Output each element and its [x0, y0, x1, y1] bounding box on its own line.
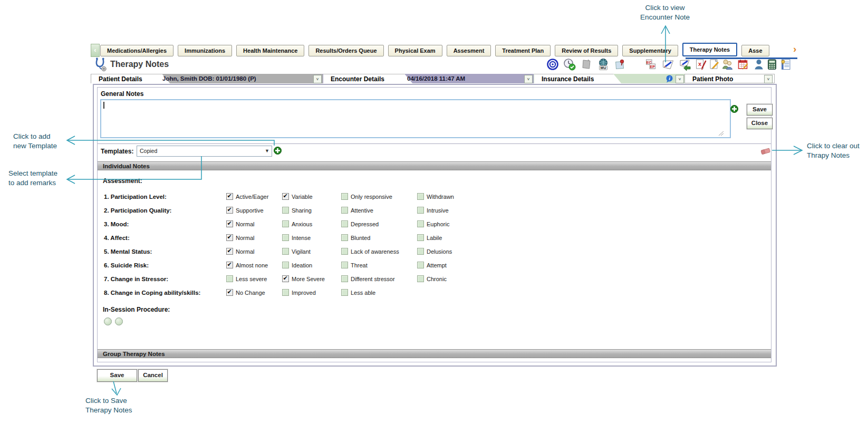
- checkbox-label: Ideation: [292, 262, 312, 268]
- resize-handle[interactable]: [718, 129, 724, 134]
- journal-icon[interactable]: [779, 58, 793, 72]
- checkbox-label: Sharing: [292, 207, 312, 214]
- tab-asse[interactable]: Asse: [741, 45, 769, 56]
- patient-details-dropdown[interactable]: v: [313, 75, 322, 83]
- checkbox-active-eager[interactable]: [226, 193, 233, 200]
- edit-document-icon[interactable]: [708, 58, 721, 72]
- individual-notes-section-header[interactable]: Individual Notes: [98, 161, 771, 170]
- checkbox-lack-of-awareness[interactable]: [341, 248, 348, 255]
- calendar-edit-icon[interactable]: [737, 58, 750, 72]
- clear-notes-eraser-icon[interactable]: [760, 147, 771, 155]
- tab-medications-allergies[interactable]: Medications/Allergies: [100, 45, 173, 56]
- checkbox-anxious[interactable]: [282, 220, 289, 227]
- checkbox-label: Different stressor: [351, 276, 395, 282]
- assessment-option: Intrusive: [417, 207, 449, 214]
- checkbox-less-able[interactable]: [341, 289, 348, 296]
- checkbox-threat[interactable]: [341, 262, 348, 268]
- checkbox-no-change[interactable]: [226, 289, 233, 296]
- checkbox-only-responsive[interactable]: [341, 193, 348, 200]
- checkbox-delusions[interactable]: [417, 248, 424, 255]
- tab-treatment-plan[interactable]: Treatment Plan: [495, 45, 551, 56]
- checkbox-intense[interactable]: [282, 234, 289, 241]
- calculator-icon[interactable]: [766, 58, 779, 72]
- checkbox-almost-none[interactable]: [226, 262, 233, 268]
- pencil-import-icon[interactable]: [679, 58, 692, 72]
- tab-physical-exam[interactable]: Physical Exam: [388, 45, 442, 56]
- checkbox-blunted[interactable]: [341, 234, 348, 241]
- patient-photo-dropdown[interactable]: v: [764, 75, 773, 83]
- templates-label: Templates:: [101, 148, 133, 155]
- save-button[interactable]: Save: [97, 369, 137, 382]
- person-icon[interactable]: [753, 58, 766, 72]
- tab-review-of-results[interactable]: Review of Results: [555, 45, 618, 56]
- svg-text:x: x: [698, 61, 702, 67]
- tab-scroll-left-button[interactable]: ‹: [91, 44, 100, 57]
- checkbox-labile[interactable]: [417, 234, 424, 241]
- checkbox-improved[interactable]: [282, 289, 289, 296]
- checkbox-label: More Severe: [292, 276, 325, 282]
- checkbox-more-severe[interactable]: [282, 275, 289, 282]
- notes-save-button[interactable]: Save: [747, 104, 773, 116]
- tab-immunizations[interactable]: Immunizations: [178, 45, 232, 56]
- in-session-procedure-heading: In-Session Procedure:: [103, 306, 170, 313]
- encounter-details-tab[interactable]: Encounter Details: [323, 74, 413, 84]
- checkbox-normal[interactable]: [226, 220, 233, 227]
- clock-check-icon[interactable]: [563, 58, 577, 72]
- checkbox-attentive[interactable]: [341, 207, 348, 214]
- ec-ep-documents-icon[interactable]: ECEP: [644, 58, 658, 72]
- patient-photo-tab[interactable]: Patient Photo: [692, 74, 733, 84]
- tab-assesment[interactable]: Assesment: [447, 45, 491, 56]
- cancel-button[interactable]: Cancel: [138, 369, 168, 382]
- checkbox-variable[interactable]: [282, 193, 289, 200]
- insurance-info-icon[interactable]: i: [666, 75, 673, 83]
- bullseye-icon[interactable]: [546, 58, 560, 72]
- checkbox-chronic[interactable]: [417, 275, 424, 282]
- insurance-details-tab[interactable]: Insurance Details: [534, 74, 622, 84]
- checkbox-depressed[interactable]: [341, 220, 348, 227]
- checkbox-intrusive[interactable]: [417, 207, 424, 214]
- sticky-note-icon[interactable]: [580, 58, 594, 72]
- patient-group-icon[interactable]: [721, 58, 735, 72]
- pushpin-note-icon[interactable]: [614, 58, 628, 72]
- encounter-datetime-value: 04/16/2018 11:47 AM: [407, 74, 465, 83]
- meaningful-use-globe-icon[interactable]: MU: [597, 58, 611, 72]
- tab-health-maintenance[interactable]: Health Maintenance: [236, 45, 304, 56]
- in-session-procedure-radio-1[interactable]: [104, 318, 112, 325]
- encounter-details-dropdown[interactable]: v: [524, 75, 533, 83]
- checkbox-label: Labile: [427, 235, 442, 241]
- tab-scroll-right-arrow[interactable]: ›: [793, 43, 796, 55]
- checkbox-sharing[interactable]: [282, 207, 289, 214]
- tab-therapy-notes[interactable]: Therapy Notes: [682, 43, 737, 56]
- templates-select[interactable]: Copied ▼: [137, 146, 272, 157]
- add-note-plus-icon[interactable]: [730, 105, 739, 113]
- checkbox-euphoric[interactable]: [417, 220, 424, 227]
- patient-details-tab[interactable]: Patient Details: [91, 74, 170, 84]
- insurance-details-dropdown[interactable]: v: [676, 75, 684, 83]
- annotation-clear-notes: Click to clear out Thrapy Notes: [807, 141, 860, 160]
- checkbox-label: Intense: [292, 235, 311, 241]
- checkbox-normal[interactable]: [226, 248, 233, 255]
- in-session-procedure-radio-2[interactable]: [115, 318, 123, 325]
- assessment-option: Euphoric: [417, 220, 449, 227]
- delete-document-icon[interactable]: x: [695, 58, 708, 72]
- checkbox-supportive[interactable]: [226, 207, 233, 214]
- checkbox-less-severe[interactable]: [226, 275, 233, 282]
- notes-close-button[interactable]: Close: [747, 118, 773, 129]
- annotation-select-template: Select template to add remarks: [8, 169, 57, 188]
- checkbox-normal[interactable]: [226, 234, 233, 241]
- tab-results-orders-queue[interactable]: Results/Orders Queue: [308, 45, 383, 56]
- group-therapy-notes-section-header[interactable]: Group Therapy Notes: [98, 349, 771, 358]
- assessment-option: Almost none: [226, 262, 268, 268]
- checkbox-withdrawn[interactable]: [417, 193, 424, 200]
- annotation-add-template: Click to add new Template: [13, 132, 57, 151]
- checkbox-different-stressor[interactable]: [341, 275, 348, 282]
- checkbox-vigilant[interactable]: [282, 248, 289, 255]
- encounter-note-pencil-icon[interactable]: [662, 58, 676, 72]
- tab-supplementary[interactable]: Supplementary: [622, 45, 678, 56]
- checkbox-attempt[interactable]: [417, 262, 424, 268]
- add-template-plus-icon[interactable]: [274, 147, 282, 155]
- checkbox-ideation[interactable]: [282, 262, 289, 268]
- general-notes-textarea[interactable]: [100, 99, 731, 138]
- checkbox-label: Less able: [351, 290, 375, 296]
- assessment-option: No Change: [226, 289, 265, 296]
